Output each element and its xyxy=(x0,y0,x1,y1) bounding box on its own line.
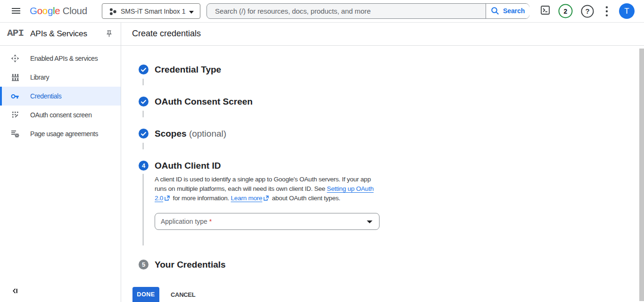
svg-text:?: ? xyxy=(585,7,589,15)
svg-text:2: 2 xyxy=(564,8,568,15)
